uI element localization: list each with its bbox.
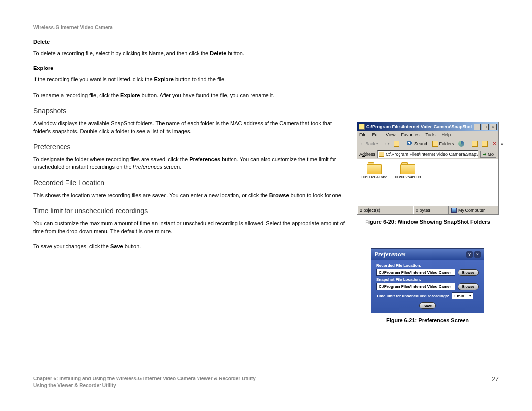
- snapshot-folder-1[interactable]: 00c0020416be: [360, 162, 389, 203]
- footer-section: Using the Viewer & Recorder Utility: [33, 382, 256, 389]
- tool-extra-1[interactable]: [471, 140, 479, 147]
- recorded-file-row: C:\Program Files\Internet Video Camer Br…: [376, 269, 479, 276]
- folders-button[interactable]: Folders: [432, 140, 455, 147]
- window-title: C:\Program Files\Internet Video Camera\S…: [366, 124, 474, 129]
- folder-contents: 00c0020416be 00c00254b009: [357, 159, 498, 206]
- address-input[interactable]: C:\Program Files\Internet Video Camera\S…: [377, 150, 478, 158]
- preferences-panel: Preferences ? × Recorded File Location: …: [371, 248, 484, 313]
- folder-label: 00c00254b009: [394, 175, 422, 180]
- status-location: My Computer: [449, 206, 498, 214]
- page-footer: Chapter 6: Installing and Using the Wire…: [33, 376, 499, 389]
- menu-help[interactable]: Help: [441, 132, 451, 137]
- preferences-heading: Preferences: [33, 143, 346, 151]
- forward-button[interactable]: → ▾: [381, 141, 391, 147]
- window-titlebar[interactable]: C:\Program Files\Internet Video Camera\S…: [357, 122, 498, 131]
- figures-column: C:\Program Files\Internet Video Camera\S…: [357, 122, 499, 323]
- folder-icon: [359, 124, 365, 130]
- preferences-header: Preferences ? ×: [371, 249, 484, 260]
- time-limit-row: Time limit for unscheduled recordings: 1…: [376, 292, 479, 299]
- minimize-button[interactable]: _: [474, 124, 481, 130]
- time-limit-label: Time limit for unscheduled recordings:: [376, 294, 449, 298]
- tool-extra-2[interactable]: [481, 140, 489, 147]
- document-title: Wireless-G Internet Video Camera: [33, 25, 499, 30]
- address-value: C:\Program Files\Internet Video Camera\S…: [386, 152, 478, 157]
- snapshots-heading: Snapshots: [33, 107, 346, 115]
- window-buttons: _ □ ×: [474, 124, 497, 130]
- snapshots-paragraph: A window displays the available SnapShot…: [33, 120, 346, 135]
- preferences-paragraph: To designate the folder where recording …: [33, 156, 346, 171]
- figure-1-caption: Figure 6-20: Window Showing SnapShot Fol…: [357, 219, 499, 225]
- maximize-button[interactable]: □: [482, 124, 489, 130]
- snapshot-file-row: C:\Program Files\Internet Video Camer Br…: [376, 283, 479, 290]
- save-row: Save: [376, 302, 479, 309]
- page-number: 27: [492, 376, 499, 383]
- browse-button-2[interactable]: Browse: [458, 283, 479, 290]
- main-column: Delete To delete a recording file, selec…: [33, 39, 346, 323]
- recorded-file-location-heading: Recorded File Location: [33, 179, 346, 187]
- menu-favorites[interactable]: Favorites: [401, 132, 419, 137]
- history-button[interactable]: [457, 140, 465, 147]
- menu-tools[interactable]: Tools: [425, 132, 435, 137]
- footer-chapter: Chapter 6: Installing and Using the Wire…: [33, 376, 256, 382]
- menu-file[interactable]: File: [359, 132, 366, 137]
- figure-2-caption: Figure 6-21: Preferences Screen: [357, 317, 499, 323]
- up-button[interactable]: [393, 140, 400, 147]
- computer-icon: [451, 208, 457, 213]
- preferences-body: Recorded File Location: C:\Program Files…: [371, 260, 484, 313]
- save-button[interactable]: Save: [419, 302, 436, 309]
- status-bytes: 0 bytes: [413, 206, 449, 214]
- snapshot-file-input[interactable]: C:\Program Files\Internet Video Camer: [376, 283, 455, 290]
- go-button[interactable]: ➜Go: [480, 151, 496, 158]
- time-limit-paragraph-2: To save your changes, click the Save but…: [33, 243, 346, 250]
- time-limit-select[interactable]: 1 min▾: [452, 292, 473, 299]
- time-limit-paragraph-1: You can customize the maximum amount of …: [33, 220, 346, 235]
- explore-paragraph-2: To rename a recording file, click the Ex…: [33, 92, 346, 99]
- help-button[interactable]: ?: [466, 251, 473, 258]
- tool-delete[interactable]: ×: [491, 140, 499, 147]
- footer-chapter-info: Chapter 6: Installing and Using the Wire…: [33, 376, 256, 389]
- address-bar: Address C:\Program Files\Internet Video …: [357, 149, 498, 159]
- explore-paragraph-1: If the recording file you want is not li…: [33, 76, 346, 83]
- folder-icon: [379, 152, 384, 157]
- folder-label: 00c0020416be: [361, 175, 389, 180]
- toolbar: ← Back ▾ → ▾ Search Folders × »: [357, 138, 498, 149]
- explore-heading: Explore: [33, 65, 346, 71]
- recorded-file-input[interactable]: C:\Program Files\Internet Video Camer: [376, 269, 455, 276]
- close-button[interactable]: ×: [490, 124, 497, 130]
- delete-heading: Delete: [33, 39, 346, 45]
- folder-icon: [367, 162, 382, 174]
- status-bar: 2 object(s) 0 bytes My Computer: [357, 206, 498, 214]
- content-columns: Delete To delete a recording file, selec…: [33, 39, 499, 323]
- snapshot-file-label: Snapshot File Location:: [376, 277, 479, 282]
- tool-more[interactable]: »: [500, 141, 505, 147]
- menu-view[interactable]: View: [386, 132, 395, 137]
- search-button[interactable]: Search: [406, 140, 430, 147]
- recorded-file-label: Recorded File Location:: [376, 263, 479, 268]
- delete-paragraph: To delete a recording file, select it by…: [33, 50, 346, 57]
- close-button[interactable]: ×: [474, 251, 481, 258]
- explorer-window: C:\Program Files\Internet Video Camera\S…: [357, 122, 499, 215]
- status-objects: 2 object(s): [357, 206, 413, 214]
- back-button[interactable]: ← Back ▾: [359, 141, 379, 147]
- folder-icon: [400, 162, 415, 174]
- page-container: Wireless-G Internet Video Camera Delete …: [0, 0, 532, 411]
- browse-button-1[interactable]: Browse: [458, 269, 479, 276]
- time-limit-heading: Time limit for unscheduled recordings: [33, 207, 346, 215]
- address-label: Address: [359, 152, 375, 157]
- preferences-title: Preferences: [374, 250, 465, 258]
- recorded-file-location-paragraph: This shows the location where recording …: [33, 192, 346, 199]
- menu-bar: File Edit View Favorites Tools Help: [357, 131, 498, 138]
- snapshot-folder-2[interactable]: 00c00254b009: [394, 162, 422, 203]
- menu-edit[interactable]: Edit: [372, 132, 380, 137]
